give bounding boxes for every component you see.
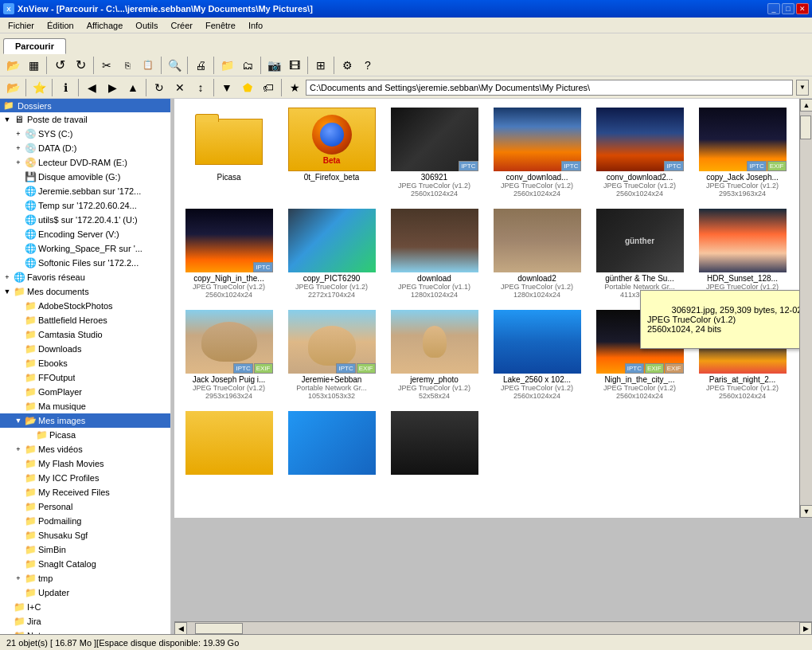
toggle[interactable] [13, 329, 24, 340]
scroll-thumb[interactable] [800, 116, 811, 139]
tree-item-jeremie[interactable]: 🌐 Jeremie.sebban sur '172... [0, 184, 170, 198]
toggle[interactable]: + [2, 272, 13, 283]
thumb-306921[interactable]: IPTC 306921 JPEG TrueColor (v1.2) 2560x1… [385, 104, 484, 202]
tree-item-mes-videos[interactable]: + 📁 Mes vidéos [0, 442, 170, 456]
address-dropdown[interactable]: ▼ [796, 80, 809, 96]
tree-item-ebooks[interactable]: 📁 Ebooks [0, 356, 170, 370]
btn-view-grid[interactable]: ▦ [24, 56, 43, 75]
toggle[interactable]: + [13, 444, 24, 455]
toggle[interactable] [24, 429, 35, 441]
title-bar-controls[interactable]: _ □ ✕ [767, 3, 809, 14]
btn-copy[interactable]: ⎘ [118, 56, 137, 75]
tree-item-utils[interactable]: 🌐 utils$ sur '172.20.4.1' (U:) [0, 213, 170, 227]
toggle[interactable] [13, 458, 24, 469]
toggle[interactable] [13, 401, 24, 412]
menu-fenetre[interactable]: Fenêtre [199, 19, 242, 32]
btn-nav-back[interactable]: ◀ [82, 78, 101, 97]
vertical-scrollbar[interactable]: ▲ ▼ [799, 99, 812, 518]
menu-edition[interactable]: Édition [41, 19, 80, 32]
btn-nav-up[interactable]: ▲ [123, 78, 142, 97]
tree-item-musique[interactable]: 📁 Ma musique [0, 399, 170, 413]
toggle[interactable] [13, 587, 24, 598]
tree-item-battlefield[interactable]: 📁 Battlefield Heroes [0, 313, 170, 327]
toggle[interactable] [13, 386, 24, 397]
tree-item-notes[interactable]: 📁 Notes [0, 628, 170, 634]
toggle[interactable]: + [13, 128, 24, 139]
h-scroll-thumb[interactable] [195, 623, 243, 634]
btn-stop[interactable]: ✕ [170, 78, 189, 97]
tree-item-flash[interactable]: 📁 My Flash Movies [0, 456, 170, 471]
thumb-jeremie[interactable]: IPTC EXIF Jeremie+Sebban Portable Networ… [282, 306, 381, 404]
btn-label[interactable]: 🏷 [259, 78, 278, 97]
toggle-expand[interactable]: ▼ [13, 415, 24, 426]
btn-nav-forward[interactable]: ▶ [103, 78, 122, 97]
scroll-up-button[interactable]: ▲ [800, 99, 812, 112]
toggle[interactable]: + [13, 573, 24, 584]
btn-sort[interactable]: ↕ [191, 78, 210, 97]
toggle[interactable] [13, 229, 24, 240]
thumb-hdr[interactable]: HDR_Sunset_128... JPEG TrueColor (v1.2) … [693, 205, 792, 303]
thumb-firefox[interactable]: Beta 0t_Firefox_beta [282, 104, 381, 202]
toggle[interactable] [13, 315, 24, 326]
toggle[interactable] [13, 530, 24, 541]
toggle[interactable] [13, 501, 24, 512]
h-scroll-track[interactable] [187, 622, 799, 635]
tree-item-received[interactable]: 📁 My Received Files [0, 485, 170, 499]
toggle[interactable] [2, 601, 13, 613]
tree-item-updater[interactable]: 📁 Updater [0, 585, 170, 600]
tree-item-icc[interactable]: 📁 My ICC Profiles [0, 471, 170, 485]
tab-parcourir[interactable]: Parcourir [3, 38, 66, 54]
btn-search[interactable]: 🔍 [165, 56, 184, 75]
btn-folder-open[interactable]: 📂 [3, 56, 22, 75]
toggle[interactable] [13, 186, 24, 197]
tree-item-tmp[interactable]: + 📁 tmp [0, 571, 170, 585]
tree-item-gomplayer[interactable]: 📁 GomPlayer [0, 385, 170, 399]
thumb-partial1[interactable] [179, 407, 279, 487]
thumb-copy-pict[interactable]: copy_PICT6290 JPEG TrueColor (v1.2) 2272… [282, 205, 381, 303]
tree-item-ffoutput[interactable]: 📁 FFOutput [0, 370, 170, 385]
tree-item-adobe[interactable]: 📁 AdobeStockPhotos [0, 299, 170, 313]
thumb-conv-download[interactable]: IPTC conv_download... JPEG TrueColor (v1… [487, 104, 587, 202]
tree-item-temp[interactable]: 🌐 Temp sur '172.20.60.24... [0, 198, 170, 213]
thumb-partial3[interactable] [385, 407, 484, 487]
btn-new-folder[interactable]: 📁 [217, 56, 236, 75]
tree-item-dvd[interactable]: + 📀 Lecteur DVD-RAM (E:) [0, 155, 170, 170]
tree-item-favoris[interactable]: + 🌐 Favoris réseau [0, 270, 170, 284]
tree-item-podmailing[interactable]: 📁 Podmailing [0, 514, 170, 528]
toggle[interactable]: + [13, 157, 24, 168]
thumb-gunther[interactable]: günther günther & The Su... Portable Net… [590, 205, 689, 303]
thumb-download[interactable]: download JPEG TrueColor (v1.1) 1280x1024… [385, 205, 484, 303]
thumb-conv-download2[interactable]: IPTC conv_download2... JPEG TrueColor (v… [590, 104, 689, 202]
toggle[interactable] [13, 300, 24, 311]
thumb-download2[interactable]: download2 JPEG TrueColor (v1.2) 1280x102… [487, 205, 587, 303]
toggle[interactable] [13, 544, 24, 555]
thumb-picasa[interactable]: Picasa [179, 104, 279, 202]
toggle[interactable] [13, 243, 24, 254]
tree-item-ic[interactable]: 📁 I+C [0, 600, 170, 614]
toggle-expand[interactable]: ▼ [2, 286, 13, 297]
tree-item-shusaku[interactable]: 📁 Shusaku Sgf [0, 528, 170, 542]
menu-creer[interactable]: Créer [164, 19, 199, 32]
toggle[interactable] [13, 343, 24, 354]
menu-affichage[interactable]: Affichage [80, 19, 130, 32]
toggle[interactable] [2, 630, 13, 634]
tree-item-mes-images[interactable]: ▼ 📂 Mes images [0, 413, 170, 428]
scroll-left-button[interactable]: ◀ [174, 622, 187, 635]
btn-filter[interactable]: ▼ [217, 78, 236, 97]
toggle[interactable] [13, 487, 24, 498]
thumb-copy-jack[interactable]: IPTC EXIF copy_Jack Joseph... JPEG TrueC… [693, 104, 792, 202]
btn-refresh[interactable]: ↻ [150, 78, 169, 97]
close-button[interactable]: ✕ [796, 3, 809, 14]
tree-item-jira[interactable]: 📁 Jira [0, 614, 170, 628]
btn-settings[interactable]: ⚙ [338, 56, 357, 75]
toggle[interactable] [13, 358, 24, 369]
tree-item-poste-travail[interactable]: ▼ 🖥 Poste de travail [0, 112, 170, 127]
thumb-copy-nigh[interactable]: IPTC copy_Nigh_in_the... JPEG TrueColor … [179, 205, 279, 303]
thumb-jeremy-photo[interactable]: jeremy_photo JPEG TrueColor (v1.2) 52x58… [385, 306, 484, 404]
tree-item-snagit[interactable]: 📁 SnagIt Catalog [0, 557, 170, 571]
tree-item-disque[interactable]: 💾 Disque amovible (G:) [0, 170, 170, 184]
tree-item-sys[interactable]: + 💿 SYS (C:) [0, 127, 170, 141]
menu-outils[interactable]: Outils [129, 19, 164, 32]
btn-fav[interactable]: 📂 [3, 78, 22, 97]
maximize-button[interactable]: □ [782, 3, 794, 14]
